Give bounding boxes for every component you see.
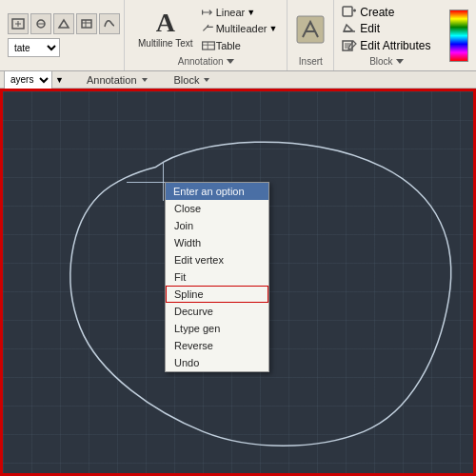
table-icon	[201, 39, 216, 52]
multileader-row[interactable]: Multileader ▼	[199, 21, 280, 36]
insert-label: Insert	[299, 56, 323, 67]
edit-row[interactable]: Edit	[342, 21, 430, 36]
create-label: Create	[360, 6, 394, 19]
multiline-text-button[interactable]: A Multiline Text	[132, 8, 199, 50]
context-menu-item-editvertex[interactable]: Edit vertex	[166, 251, 268, 268]
ribbon-annotation-arrow	[142, 78, 148, 82]
svg-rect-4	[202, 42, 214, 50]
layers-area: ayers ▼	[4, 70, 64, 89]
create-row[interactable]: Create	[342, 5, 430, 20]
svg-rect-2	[82, 20, 91, 28]
block-small-btns: Create Edit Edit Attributes	[342, 4, 430, 54]
annotation-dropdown-arrow	[227, 59, 234, 64]
text-icon: A	[156, 10, 175, 36]
ribbon-block-label: Block	[174, 74, 200, 86]
block-label: Block	[369, 56, 403, 67]
toolbar-icon-2[interactable]	[30, 13, 51, 34]
insert-icon	[293, 12, 327, 47]
annotation-small-btns: Linear ▼ Multileader ▼ Table	[199, 4, 280, 54]
context-menu-header: Enter an option	[166, 183, 268, 200]
table-row-btn[interactable]: Table	[199, 38, 280, 53]
toolbar-icon-4[interactable]	[76, 13, 97, 34]
svg-rect-9	[343, 7, 352, 16]
toolbar-icon-1[interactable]	[8, 13, 29, 34]
context-menu-item-decurve[interactable]: Decurve	[166, 303, 268, 320]
context-menu-item-close[interactable]: Close	[166, 200, 268, 217]
context-menu-item-reverse[interactable]: Reverse	[166, 337, 268, 354]
layers-dropdown[interactable]: ayers	[4, 70, 52, 89]
edit-attributes-row[interactable]: Edit Attributes	[342, 38, 430, 53]
context-menu-item-join[interactable]: Join	[166, 217, 268, 234]
linear-row[interactable]: Linear ▼	[199, 5, 280, 20]
ribbon-annotation-tab[interactable]: Annotation	[83, 74, 151, 86]
insert-section: Insert	[288, 0, 334, 70]
context-menu-item-spline[interactable]: Spline	[166, 286, 268, 303]
toolbar-left-icons: tate	[4, 0, 125, 70]
edit-attributes-label: Edit Attributes	[360, 39, 430, 52]
layers-arrow: ▼	[55, 75, 64, 85]
annotation-label: Annotation	[178, 56, 234, 67]
crosshair-vertical	[163, 163, 164, 201]
ribbon-row: ayers ▼ Annotation Block	[0, 71, 476, 89]
annotation-section: A Multiline Text Linear ▼ Multileader ▼ …	[125, 0, 288, 70]
canvas-area[interactable]: Enter an option Close Join Width Edit ve…	[0, 89, 476, 476]
edit-attributes-icon	[342, 39, 357, 52]
context-menu: Enter an option Close Join Width Edit ve…	[165, 182, 269, 372]
multileader-arrow: ▼	[268, 24, 277, 33]
linear-label: Linear	[216, 7, 246, 18]
linear-icon	[201, 6, 216, 19]
edit-label: Edit	[360, 22, 380, 35]
color-picker-area	[446, 0, 472, 70]
multileader-icon	[201, 22, 216, 35]
edit-icon	[342, 22, 357, 35]
context-menu-item-width[interactable]: Width	[166, 234, 268, 251]
crosshair-horizontal	[127, 182, 165, 183]
ribbon-annotation-label: Annotation	[87, 74, 137, 86]
create-icon	[342, 6, 357, 19]
context-menu-item-ltypegen[interactable]: Ltype gen	[166, 320, 268, 337]
table-label: Table	[216, 40, 241, 51]
multiline-text-label: Multiline Text	[138, 38, 193, 49]
linear-arrow: ▼	[247, 8, 255, 17]
toolbar: tate A Multiline Text Linear ▼ Multilead…	[0, 0, 476, 71]
ribbon-block-arrow	[204, 78, 209, 82]
context-menu-item-undo[interactable]: Undo	[166, 354, 268, 371]
multileader-label: Multileader	[216, 23, 268, 34]
context-menu-item-fit[interactable]: Fit	[166, 268, 268, 286]
toolbar-icon-5[interactable]	[99, 13, 120, 34]
toolbar-icon-3[interactable]	[53, 13, 74, 34]
state-dropdown[interactable]: tate	[8, 38, 60, 57]
color-picker[interactable]	[449, 10, 468, 62]
ribbon-block-tab[interactable]: Block	[170, 74, 214, 86]
block-section: Create Edit Edit Attributes Block	[334, 0, 438, 70]
block-dropdown-arrow	[396, 59, 404, 64]
